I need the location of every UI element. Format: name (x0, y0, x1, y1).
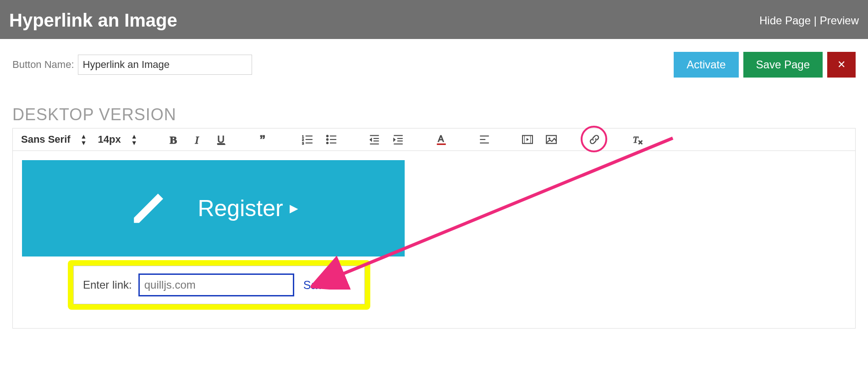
link-save-button[interactable]: Save (303, 279, 330, 292)
svg-rect-28 (437, 144, 446, 145)
outdent-button[interactable] (368, 133, 381, 146)
ordered-list-button[interactable]: 123 (301, 133, 314, 146)
section-title: DESKTOP VERSION (12, 105, 856, 124)
triangle-right-icon: ▶ (290, 202, 298, 215)
svg-point-13 (327, 142, 329, 144)
svg-text:”: ” (260, 134, 266, 145)
separator: | (814, 14, 817, 27)
link-popup-highlight: Enter link: Save (68, 260, 370, 310)
underline-button[interactable]: U (215, 133, 228, 146)
svg-text:A: A (438, 134, 444, 144)
pencil-icon (129, 187, 170, 230)
font-family-select[interactable]: Sans Serif ▲▼ (21, 133, 87, 146)
align-button[interactable] (478, 133, 491, 146)
link-url-input[interactable] (138, 273, 294, 296)
button-name-input[interactable] (78, 55, 252, 75)
header-links: Hide Page | Preview (759, 14, 859, 27)
svg-text:B: B (170, 134, 177, 145)
page-header: Hyperlink an Image Hide Page | Preview (0, 0, 868, 39)
editor-toolbar: Sans Serif ▲▼ 14px ▲▼ B I U ” 123 A T✕ (13, 128, 855, 151)
svg-text:U: U (218, 134, 225, 145)
font-family-label: Sans Serif (21, 134, 71, 145)
font-size-select[interactable]: 14px ▲▼ (98, 133, 137, 146)
text-color-button[interactable]: A (435, 133, 448, 146)
font-size-label: 14px (98, 134, 121, 145)
action-buttons: Activate Save Page ✕ (674, 52, 856, 78)
chevron-updown-icon: ▲▼ (131, 133, 137, 146)
close-button[interactable]: ✕ (827, 52, 856, 78)
italic-button[interactable]: I (191, 133, 204, 146)
svg-point-11 (327, 135, 329, 137)
control-row: Button Name: Activate Save Page ✕ (12, 52, 856, 78)
blockquote-button[interactable]: ” (258, 133, 271, 146)
svg-marker-21 (370, 138, 372, 142)
clear-format-button[interactable]: T✕ (631, 133, 644, 146)
video-button[interactable] (521, 133, 534, 146)
preview-link[interactable]: Preview (820, 14, 859, 27)
svg-text:✕: ✕ (638, 139, 643, 145)
editor: Sans Serif ▲▼ 14px ▲▼ B I U ” 123 A T✕ (12, 128, 856, 329)
bold-button[interactable]: B (167, 133, 180, 146)
register-image[interactable]: Register ▶ (22, 160, 405, 256)
unordered-list-button[interactable] (325, 133, 338, 146)
save-page-button[interactable]: Save Page (743, 52, 823, 78)
image-button[interactable] (545, 133, 558, 146)
register-text: Register ▶ (198, 195, 297, 222)
svg-point-12 (327, 139, 329, 140)
activate-button[interactable]: Activate (674, 52, 738, 78)
link-popup-label: Enter link: (83, 279, 132, 291)
svg-marker-26 (394, 138, 396, 142)
editor-body[interactable]: Register ▶ Enter link: Save (13, 151, 855, 328)
svg-text:I: I (195, 134, 199, 145)
button-name-group: Button Name: (12, 55, 252, 75)
indent-button[interactable] (392, 133, 405, 146)
svg-text:3: 3 (302, 141, 304, 145)
svg-point-37 (549, 138, 550, 139)
link-popup: Enter link: Save (73, 266, 365, 304)
page-title: Hyperlink an Image (9, 10, 177, 31)
link-button[interactable] (588, 133, 601, 146)
hide-page-link[interactable]: Hide Page (759, 14, 811, 27)
svg-marker-35 (527, 138, 529, 141)
button-name-label: Button Name: (12, 59, 74, 71)
chevron-updown-icon: ▲▼ (81, 133, 87, 146)
